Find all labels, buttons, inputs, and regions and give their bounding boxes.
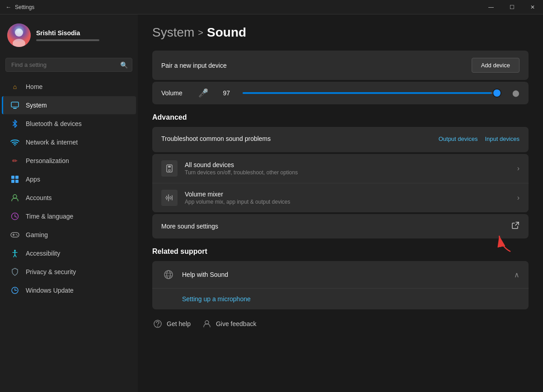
volume-label: Volume — [161, 89, 193, 97]
volume-mixer-chevron-icon: › — [517, 194, 520, 202]
all-sound-devices-chevron-icon: › — [517, 164, 520, 173]
sidebar-item-label-apps: Apps — [26, 176, 40, 183]
svg-point-19 — [17, 235, 18, 236]
sidebar-item-privacy[interactable]: Privacy & security — [2, 263, 136, 281]
volume-slider-track[interactable] — [243, 92, 499, 94]
help-with-sound-card: Help with Sound ∧ Setting up a microphon… — [152, 261, 529, 309]
advanced-section-title: Advanced — [152, 113, 529, 121]
maximize-button[interactable]: ☐ — [501, 0, 522, 14]
avatar — [7, 23, 31, 47]
system-icon — [10, 101, 19, 110]
svg-point-6 — [14, 145, 15, 146]
all-sound-devices-subtitle: Turn devices on/off, troubleshoot, other… — [185, 169, 517, 176]
sidebar-item-update[interactable]: Windows Update — [2, 281, 136, 299]
svg-point-38 — [164, 271, 173, 279]
svg-rect-15 — [11, 233, 19, 237]
external-link-icon — [511, 221, 520, 231]
search-input[interactable] — [5, 58, 132, 72]
give-feedback-item[interactable]: Give feedback — [201, 318, 257, 329]
svg-point-43 — [157, 326, 158, 327]
sidebar-item-label-accessibility: Accessibility — [26, 250, 60, 257]
accounts-icon — [10, 193, 19, 202]
app-container: Srishti Sisodia 🔍 ⌂ Home — [0, 14, 543, 392]
add-device-button[interactable]: Add device — [472, 58, 520, 73]
sidebar-item-label-privacy: Privacy & security — [26, 268, 76, 275]
help-with-sound-row[interactable]: Help with Sound ∧ — [152, 261, 529, 289]
all-sound-devices-row[interactable]: All sound devices Turn devices on/off, t… — [152, 154, 529, 183]
svg-line-36 — [515, 222, 519, 225]
give-feedback-label: Give feedback — [216, 320, 257, 327]
volume-slider-thumb — [493, 89, 501, 97]
sidebar-item-personalization[interactable]: ✏ Personalization — [2, 152, 136, 170]
svg-line-24 — [15, 255, 16, 257]
sound-devices-card: All sound devices Turn devices on/off, t… — [152, 154, 529, 212]
more-sound-settings-label: More sound settings — [161, 223, 511, 230]
get-help-icon — [152, 318, 163, 329]
search-wrapper: 🔍 — [5, 58, 132, 72]
related-support-title: Related support — [152, 247, 529, 256]
titlebar: ← Settings — ☐ ✕ — [0, 0, 543, 14]
volume-slider-fill — [243, 92, 491, 94]
sidebar-item-bluetooth[interactable]: Bluetooth & devices — [2, 115, 136, 133]
troubleshoot-card: Troubleshoot common sound problems Outpu… — [152, 127, 529, 152]
minimize-button[interactable]: — — [481, 0, 501, 14]
volume-value: 97 — [217, 89, 230, 97]
sidebar-item-network[interactable]: Network & internet — [2, 133, 136, 151]
svg-rect-7 — [11, 176, 14, 179]
get-help-label: Get help — [167, 320, 191, 327]
sidebar-item-gaming[interactable]: Gaming — [2, 226, 136, 244]
volume-mixer-icon — [161, 190, 178, 206]
svg-rect-10 — [15, 180, 19, 183]
input-devices-button[interactable]: Input devices — [485, 135, 520, 142]
svg-line-14 — [15, 216, 17, 217]
sidebar-item-label-system: System — [26, 102, 47, 109]
bottom-links: Get help Give feedback — [152, 318, 529, 333]
sidebar-nav: ⌂ Home System Bl — [0, 77, 138, 300]
sidebar-item-label-time: Time & language — [26, 213, 73, 220]
time-icon — [10, 212, 19, 221]
sidebar-item-label-update: Windows Update — [26, 287, 74, 294]
breadcrumb[interactable]: System — [152, 25, 194, 40]
pair-device-row: Pair a new input device Add device — [152, 51, 529, 80]
page-header: System > Sound — [152, 25, 529, 40]
gaming-icon — [10, 230, 19, 239]
volume-mixer-row[interactable]: Volume mixer App volume mix, app input &… — [152, 183, 529, 212]
sidebar-item-accounts[interactable]: Accounts — [2, 189, 136, 207]
more-sound-settings-row[interactable]: More sound settings — [152, 214, 529, 238]
main-content: System > Sound Pair a new input device A… — [138, 14, 543, 392]
close-button[interactable]: ✕ — [522, 0, 543, 14]
network-icon — [10, 138, 19, 147]
get-help-item[interactable]: Get help — [152, 318, 191, 329]
bluetooth-icon — [10, 119, 19, 128]
sidebar-item-system[interactable]: System — [2, 96, 136, 114]
help-globe-icon — [161, 267, 176, 282]
output-devices-button[interactable]: Output devices — [439, 135, 478, 142]
sidebar-item-home[interactable]: ⌂ Home — [2, 78, 136, 96]
user-info: Srishti Sisodia — [36, 29, 131, 41]
give-feedback-icon — [201, 318, 212, 329]
search-icon: 🔍 — [120, 61, 128, 69]
volume-mixer-title: Volume mixer — [185, 191, 517, 198]
microphone-icon: 🎤 — [198, 88, 208, 98]
volume-mixer-subtitle: App volume mix, app input & output devic… — [185, 199, 517, 205]
search-container: 🔍 — [0, 54, 138, 77]
sidebar-item-label-home: Home — [26, 83, 42, 90]
svg-rect-8 — [15, 176, 19, 179]
pair-input-device-card: Pair a new input device Add device — [152, 51, 529, 80]
back-arrow-icon[interactable]: ← — [5, 4, 11, 10]
sidebar-item-label-accounts: Accounts — [26, 194, 52, 201]
titlebar-controls: — ☐ ✕ — [481, 0, 543, 14]
sidebar-item-label-gaming: Gaming — [26, 231, 48, 238]
svg-rect-9 — [11, 180, 14, 183]
sidebar-item-label-network: Network & internet — [26, 139, 78, 146]
sidebar-item-time[interactable]: Time & language — [2, 207, 136, 225]
user-name: Srishti Sisodia — [36, 29, 131, 37]
troubleshoot-row: Troubleshoot common sound problems Outpu… — [152, 127, 529, 150]
sidebar-item-accessibility[interactable]: Accessibility — [2, 244, 136, 262]
sidebar-item-apps[interactable]: Apps — [2, 170, 136, 188]
help-chevron-icon: ∧ — [514, 271, 520, 279]
more-settings-container: More sound settings — [152, 214, 529, 238]
troubleshoot-label: Troubleshoot common sound problems — [161, 135, 431, 142]
microphone-link[interactable]: Setting up a microphone — [182, 295, 251, 303]
volume-mixer-content: Volume mixer App volume mix, app input &… — [185, 191, 517, 205]
